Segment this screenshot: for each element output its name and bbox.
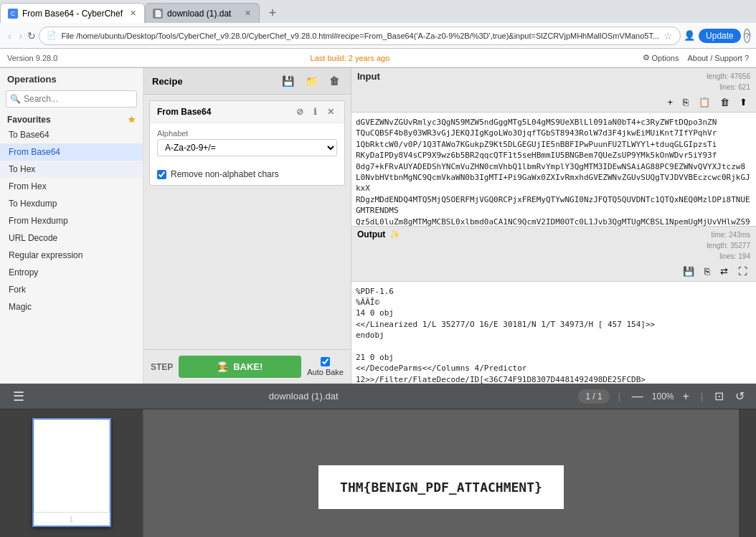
pdf-zoom-in-button[interactable]: + (680, 389, 692, 404)
sidebar-item-to-hex[interactable]: To Hex (0, 161, 143, 178)
output-switch-icon[interactable]: ⇄ (717, 265, 731, 278)
tab-close-cyberchef[interactable]: ✕ (127, 8, 138, 19)
sidebar-item-magic[interactable]: Magic (0, 298, 143, 315)
recipe-spacer (143, 191, 351, 349)
input-title: Input (357, 71, 380, 82)
search-input[interactable] (6, 90, 137, 108)
question-icon: ? (745, 54, 749, 62)
output-controls: 💾 ⎘ ⇄ ⛶ (680, 265, 750, 278)
recipe-title: Recipe (152, 76, 183, 87)
pdf-fit-page-button[interactable]: ⊡ (712, 388, 727, 404)
sidebar-item-fork[interactable]: Fork (0, 281, 143, 298)
sidebar-item-label: From Hexdump (9, 216, 68, 226)
output-panel-header: Output ✨ time: 243ms length: 35277 lines… (351, 227, 756, 282)
output-lines-label: lines: (719, 252, 738, 260)
output-save-icon[interactable]: 💾 (680, 265, 697, 278)
sidebar-item-url-decode[interactable]: URL Decode (0, 229, 143, 247)
nav-bar: ‹ › ↻ 📄 File /home/ubuntu/Desktop/Tools/… (0, 23, 756, 49)
clear-recipe-icon[interactable]: 🗑 (326, 74, 342, 88)
tab-cyberchef[interactable]: C From Base64 - CyberChef ✕ (0, 3, 145, 23)
refresh-button[interactable]: ↻ (27, 26, 36, 46)
back-button[interactable]: ‹ (6, 26, 14, 46)
sidebar-item-to-hexdump[interactable]: To Hexdump (0, 195, 143, 212)
sidebar-item-from-hex[interactable]: From Hex (0, 178, 143, 195)
security-icon: 📄 (47, 31, 57, 40)
input-upload-icon[interactable]: ⬆ (737, 95, 750, 109)
new-tab-button[interactable]: + (263, 3, 283, 23)
sidebar: Operations 🔍 Favourites ★ To Base64 From… (0, 68, 143, 384)
bookmark-icon[interactable]: ☆ (663, 30, 673, 42)
favourites-label: Favourites (7, 115, 51, 125)
load-recipe-icon[interactable]: 📁 (303, 74, 321, 88)
alphabet-select[interactable]: A-Za-z0-9+/= (157, 139, 337, 156)
options-link[interactable]: ⚙ Options (643, 53, 679, 62)
output-meta: time: 243ms length: 35277 lines: 194 (707, 229, 750, 262)
input-clear-icon[interactable]: 🗑 (717, 95, 732, 109)
ingredient-close-icon[interactable]: ✕ (324, 105, 337, 118)
tab-bar: C From Base64 - CyberChef ✕ 📄 download (… (0, 0, 756, 23)
about-link[interactable]: About / Support ? (687, 53, 749, 62)
address-text: File /home/ubuntu/Desktop/Tools/CyberChe… (61, 32, 659, 40)
input-length-value: 47656 (730, 72, 750, 80)
auto-bake-checkbox[interactable] (321, 357, 330, 366)
recipe-header-icons: 💾 📁 🗑 (279, 74, 342, 88)
input-panel: Input length: 47656 lines: 621 + ⎘ 📋 🗑 ⬆ (351, 68, 756, 227)
pdf-thumbnail[interactable]: 1 (32, 418, 111, 527)
bake-label: BAKE! (233, 361, 263, 372)
sidebar-item-label: From Base64 (9, 147, 60, 157)
pdf-rotate-button[interactable]: ↺ (732, 388, 747, 404)
alphabet-field: Alphabet A-Za-z0-9+/= (157, 129, 337, 156)
help-button[interactable]: ? (744, 29, 750, 43)
pdf-thumb-number: 1 (67, 513, 75, 526)
remove-non-alpha-checkbox[interactable] (157, 170, 166, 179)
input-controls: + ⎘ 📋 🗑 ⬆ (664, 95, 750, 109)
sidebar-item-regex[interactable]: Regular expression (0, 247, 143, 264)
profile-button[interactable]: 👤 (684, 26, 696, 46)
input-copy-icon[interactable]: ⎘ (680, 95, 691, 109)
app-container: Operations 🔍 Favourites ★ To Base64 From… (0, 68, 756, 384)
input-textarea[interactable]: dGVEZWNvZGUvRmlyc3QgN59MZW5ndGggMTg5L04g… (351, 113, 756, 226)
sidebar-item-from-base64[interactable]: From Base64 (0, 143, 143, 161)
tab-title-download: download (1).dat (167, 9, 237, 19)
forward-button[interactable]: › (16, 26, 24, 46)
save-recipe-icon[interactable]: 💾 (279, 74, 297, 88)
pdf-sidebar-toggle[interactable]: ☰ (9, 387, 29, 406)
update-button[interactable]: Update (699, 29, 741, 43)
output-panel: Output ✨ time: 243ms length: 35277 lines… (351, 227, 756, 384)
ingredient-disable-icon[interactable]: ⊘ (293, 105, 306, 118)
alphabet-label: Alphabet (157, 129, 337, 138)
output-copy-icon[interactable]: ⎘ (701, 265, 713, 278)
sidebar-item-entropy[interactable]: Entropy (0, 264, 143, 281)
sidebar-title: Operations (0, 68, 143, 87)
recipe-footer: STEP 🧑‍🍳 BAKE! Auto Bake (143, 349, 351, 384)
search-icon: 🔍 (10, 94, 21, 104)
tab-favicon-cyberchef: C (8, 9, 18, 19)
recipe-ingredient-from-base64: From Base64 ⊘ ℹ ✕ Alphabet A-Za-z0-9+/= … (149, 100, 345, 186)
address-bar[interactable]: 📄 File /home/ubuntu/Desktop/Tools/CyberC… (39, 27, 681, 45)
tab-close-download[interactable]: ✕ (242, 8, 253, 19)
sidebar-item-label: To Base64 (9, 130, 49, 140)
input-add-icon[interactable]: + (664, 95, 676, 109)
pdf-page-number: 1 / 1 (585, 391, 602, 401)
input-meta: length: 47656 lines: 621 (707, 71, 750, 92)
output-textarea[interactable]: %PDF-1.6 %ÃÃÎ© 14 0 obj <</Linearized 1/… (351, 282, 756, 384)
tab-download[interactable]: 📄 download (1).dat ✕ (145, 3, 260, 23)
remove-non-alpha-checkbox-container: Remove non-alphabet chars (150, 166, 344, 185)
pdf-zoom-out-button[interactable]: — (629, 389, 646, 404)
bake-button[interactable]: 🧑‍🍳 BAKE! (179, 356, 301, 378)
pdf-page-content: THM{BENIGN_PDF_ATTACHMENT} (318, 465, 564, 509)
sidebar-item-label: From Hex (9, 181, 47, 191)
auto-bake-label: Auto Bake (307, 368, 344, 376)
output-expand-icon[interactable]: ⛶ (735, 265, 750, 278)
sidebar-item-from-hexdump[interactable]: From Hexdump (0, 212, 143, 229)
last-build-text: Last build: 2 years ago (311, 54, 390, 62)
pdf-sidebar: 1 (0, 409, 143, 537)
sidebar-item-to-base64[interactable]: To Base64 (0, 126, 143, 143)
ingredient-info-icon[interactable]: ℹ (311, 105, 320, 118)
pdf-flag-text: THM{BENIGN_PDF_ATTACHMENT} (340, 480, 542, 495)
pdf-zoom-level: 100% (652, 391, 674, 401)
input-paste-icon[interactable]: 📋 (696, 95, 713, 109)
pdf-content: 1 THM{BENIGN_PDF_ATTACHMENT} ▶ (0, 409, 756, 537)
output-time-value: 243ms (729, 231, 750, 239)
magic-wand-icon[interactable]: ✨ (389, 229, 400, 239)
